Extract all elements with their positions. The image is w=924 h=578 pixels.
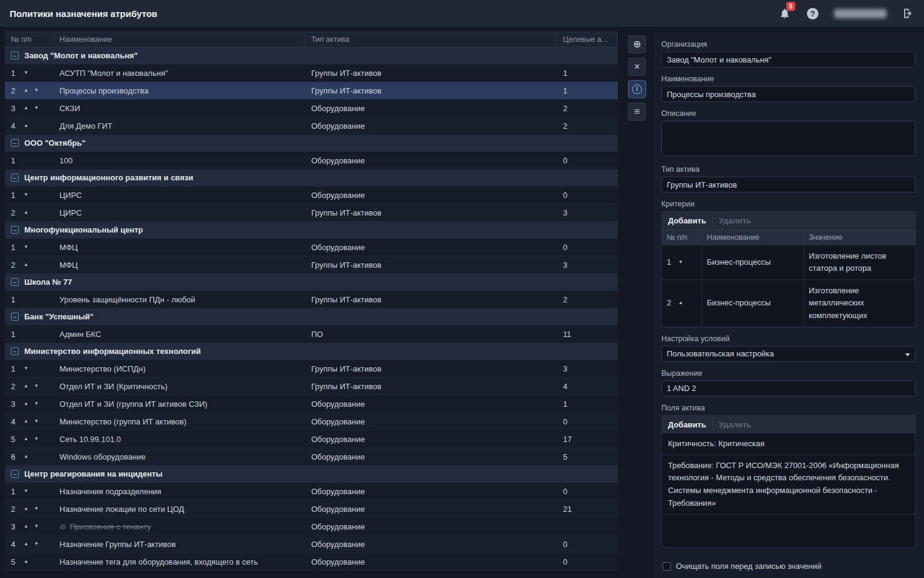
move-down-icon[interactable]: ▼ [24,245,29,250]
help-button[interactable]: ? [807,8,818,19]
move-down-icon[interactable]: ▼ [34,384,39,389]
policy-row[interactable]: 2▲МФЦГруппы ИТ-активов3 [5,256,618,274]
move-down-icon[interactable]: ▼ [34,506,39,511]
move-up-icon[interactable]: ▲ [24,542,29,546]
collapse-minus-icon[interactable]: − [11,347,19,355]
policy-row[interactable]: 1▼Назначения подразделенияОборудование0 [5,483,618,500]
condition-select[interactable]: Пользовательская настройка [661,346,916,362]
policy-row[interactable]: 4▲▼Назначение Группы ИТ-активовОборудова… [5,536,618,553]
move-up-icon[interactable]: ▲ [24,506,29,511]
asset-field-item[interactable]: Требование: ГОСТ Р ИСО/МЭК 27001-2006 «И… [662,455,915,515]
move-down-icon[interactable]: ▼ [24,489,29,494]
asset-fields-add-button[interactable]: Добавить [668,420,706,429]
move-down-icon[interactable]: ▼ [678,260,683,265]
move-up-icon[interactable]: ▲ [24,210,29,215]
move-up-icon[interactable]: ▲ [24,437,29,441]
move-up-icon[interactable]: ▲ [24,419,29,424]
asset-type-field[interactable] [661,177,916,192]
move-down-icon[interactable]: ▼ [34,524,39,529]
reorder-arrows: ▲▼ [24,401,39,406]
logout-button[interactable] [902,7,914,19]
move-down-icon[interactable]: ▼ [34,419,39,424]
group-header-row[interactable]: −Центр реагирования на инциденты [5,466,618,483]
move-up-icon[interactable]: ▲ [24,123,29,128]
policy-row[interactable]: 3▲▼СКЗИОборудование2 [5,100,618,117]
col-header-name[interactable]: Наименование [53,32,305,47]
group-header-row[interactable]: −Завод "Молот и наковальня" [5,47,618,64]
group-header-row[interactable]: −Школа № 77 [5,274,618,291]
clear-fields-row[interactable]: Очищать поля перед записью значений [663,562,821,571]
asset-fields-delete-button[interactable]: Удалить [719,420,751,429]
policy-row[interactable]: 2▲ЦИРСГруппы ИТ-активов3 [5,204,618,222]
move-down-icon[interactable]: ▼ [34,88,39,93]
collapse-minus-icon[interactable]: − [11,278,19,286]
policy-row[interactable]: 5▲Назначение тега для оборудования, вход… [5,553,618,571]
move-down-icon[interactable]: ▼ [24,192,29,197]
move-up-icon[interactable]: ▲ [24,106,29,110]
expression-field[interactable] [661,381,916,396]
criteria-delete-button[interactable]: Удалить [719,216,751,225]
criteria-row[interactable]: 2▲Бизнес-процессыИзготовление металличес… [662,280,915,326]
col-header-num[interactable]: № п/п [5,32,53,47]
collapse-minus-icon[interactable]: − [11,226,19,234]
user-name-blurred[interactable] [834,9,886,18]
move-up-icon[interactable]: ▲ [24,559,29,564]
collapse-minus-icon[interactable]: − [11,52,19,59]
policy-row[interactable]: 2▲▼Процессы производстваГруппы ИТ-активо… [5,82,618,100]
move-down-icon[interactable]: ▼ [24,366,29,371]
move-down-icon[interactable]: ▼ [34,437,39,441]
collapse-minus-icon[interactable]: − [11,313,19,321]
delete-policy-button[interactable]: × [628,58,646,76]
policy-row[interactable]: 1Админ БКСПО11 [5,325,618,343]
move-up-icon[interactable]: ▲ [24,524,29,529]
policy-row[interactable]: 1100Оборудование0 [5,152,618,169]
move-up-icon[interactable]: ▲ [678,301,683,305]
move-down-icon[interactable]: ▼ [34,106,39,110]
policy-row[interactable]: 1▼ЦИРСОборудование0 [5,186,618,204]
criteria-row[interactable]: 1▼Бизнес-процессыИзготовление листов ста… [662,245,915,280]
col-header-asset-type[interactable]: Тип актива [305,32,557,47]
group-header-row[interactable]: −Многофункциональный центр [5,222,618,239]
policy-row[interactable]: 4▲Для Демо ГИТОборудование2 [5,117,618,135]
policy-row[interactable]: 5▲▼Сеть 10.99.101.0Оборудование17 [5,430,618,448]
policy-row[interactable]: 1▼Министерство (ИСПДн)Группы ИТ-активов3 [5,360,618,378]
group-header-row[interactable]: −ООО "Октябрь" [5,135,618,152]
criteria-add-button[interactable]: Добавить [668,216,706,225]
asset-field-item[interactable]: Критичность: Критическая [662,433,915,455]
list-view-button[interactable]: ≡ [628,103,646,121]
move-down-icon[interactable]: ▼ [24,70,29,75]
reorder-arrows: ▲▼ [24,106,39,110]
info-button[interactable]: i [628,80,646,98]
group-header-row[interactable]: −Центр информационного развития и связи [5,169,618,186]
row-number: 2 [11,208,16,217]
collapse-minus-icon[interactable]: − [11,139,19,147]
col-header-targets[interactable]: Целевые а... [557,32,618,47]
group-header-row[interactable]: −Банк "Успешный" [5,308,618,325]
policy-row[interactable]: 6▲Windows оборудованиеОборудование5 [5,448,618,466]
move-up-icon[interactable]: ▲ [24,401,29,406]
description-field[interactable] [661,121,916,156]
policy-row[interactable]: 2▲▼Назначение локации по сети ЦОДОборудо… [5,500,618,518]
notifications-button[interactable]: 5 [778,7,791,20]
move-up-icon[interactable]: ▲ [24,262,29,267]
move-up-icon[interactable]: ▲ [24,454,29,459]
move-down-icon[interactable]: ▼ [34,401,39,406]
group-header-row[interactable]: −Министерство информационных технологий [5,343,618,360]
move-down-icon[interactable]: ▼ [34,542,39,546]
clear-fields-checkbox[interactable] [663,562,671,571]
organization-field[interactable] [661,52,916,67]
policy-row[interactable]: 1▼АСУТП "Молот и наковальня"Группы ИТ-ак… [5,64,618,82]
policy-row[interactable]: 1Уровень защищённости ПДн - любойГруппы … [5,291,618,308]
collapse-minus-icon[interactable]: − [11,470,19,478]
policy-row[interactable]: 4▲▼Министерство (группа ИТ активов)Обору… [5,413,618,430]
move-up-icon[interactable]: ▲ [24,384,29,389]
name-field[interactable] [661,86,916,102]
side-toolbar: ⊕×i≡ [625,35,649,121]
policy-row[interactable]: 3▲▼Отдел ИТ и ЗИ (группа ИТ активов СЗИ)… [5,395,618,413]
policy-row[interactable]: 1▼МФЦОборудование0 [5,239,618,256]
policy-row[interactable]: 3▲▼⊘Присвоение с тенантуОборудование [5,518,618,536]
add-policy-button[interactable]: ⊕ [628,35,646,53]
move-up-icon[interactable]: ▲ [24,88,29,93]
policy-row[interactable]: 2▲▼Отдел ИТ и ЗИ (Критичность)Группы ИТ-… [5,378,618,395]
collapse-minus-icon[interactable]: − [11,174,19,182]
